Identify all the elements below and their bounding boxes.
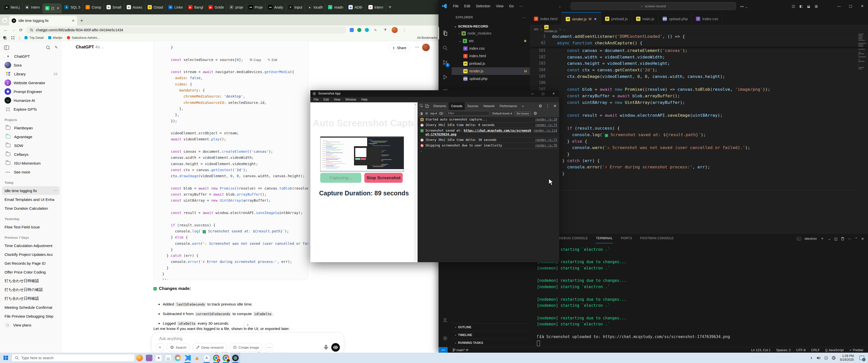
panel-close-icon[interactable]: ✕	[861, 237, 864, 241]
conversation-options-icon[interactable]: ⋯	[53, 188, 57, 193]
breadcrumb-item[interactable]: JS render.js	[544, 25, 557, 33]
stop-screenshot-button[interactable]: Stop Screenshot	[364, 173, 403, 183]
shell-label[interactable]: electron	[805, 237, 817, 240]
background-tab-analy[interactable]: v0Analy	[266, 3, 286, 11]
console-settings-icon[interactable]: ⚙	[533, 111, 537, 116]
conversation-item[interactable]: Offer Price Color Coding	[2, 268, 60, 276]
menu-view[interactable]: View	[493, 4, 506, 8]
panel-more-icon[interactable]: ⋯	[848, 237, 851, 241]
editor-tab-render-js[interactable]: JSrender.jsM✕	[562, 12, 601, 25]
no-issues-badge[interactable]: No Issues	[515, 111, 531, 116]
background-tab-ostad[interactable]: OOstad	[145, 3, 166, 11]
source-link[interactable]: render.js:73	[535, 123, 557, 127]
log-levels-selector[interactable]: Default levels ▾	[492, 112, 512, 115]
taskbar-icon-letter-a[interactable]: A	[202, 353, 212, 363]
back-icon[interactable]: ←	[3, 28, 8, 33]
minimap[interactable]	[858, 34, 867, 195]
background-tab-sql5[interactable]: SSQL 5	[62, 3, 83, 11]
capturing-button[interactable]: Capturing...	[320, 173, 361, 183]
menu-edit[interactable]: Edit	[462, 4, 473, 8]
copy-code-button[interactable]: ⧉ Copy	[250, 58, 261, 62]
source-link[interactable]: render.js:73	[535, 138, 557, 142]
browser-menu-kebab-icon[interactable]: ⋮	[401, 27, 407, 33]
editor-tab-preload-js[interactable]: JSpreload.js	[601, 12, 632, 25]
panel-tab-debug-console[interactable]: DEBUG CONSOLE	[559, 233, 588, 243]
console-prompt[interactable]: ›	[418, 148, 559, 155]
taskbar-icon-electron[interactable]	[230, 353, 240, 363]
vscode-search-box[interactable]: ⌕screen-record	[571, 2, 736, 10]
tab-search-chevron-icon[interactable]: ⌄	[2, 18, 7, 23]
conversation-item-active[interactable]: Idle time logging fix⋯	[2, 186, 60, 195]
extensions-puzzle-icon[interactable]: ⧩	[382, 27, 388, 33]
background-tab-small[interactable]: GSmall	[104, 3, 124, 11]
panel-tab-ports[interactable]: PORTS	[620, 233, 632, 243]
status-spaces-2[interactable]: Spaces: 2	[776, 348, 791, 352]
background-tab-comp[interactable]: JComp	[83, 3, 104, 11]
devtools-more-tabs-icon[interactable]: »	[520, 102, 526, 110]
taskbar-search-box[interactable]: Type here to search	[11, 354, 135, 362]
vscode-maximize-button[interactable]: ▢	[845, 0, 857, 12]
sidebar-toggle-icon[interactable]	[4, 45, 9, 50]
devtools-tab-sources[interactable]: Sources	[465, 102, 481, 110]
activity-files-icon[interactable]	[438, 27, 452, 39]
tree-item-preload-js[interactable]: JSpreload.js	[452, 60, 530, 67]
tree-item-upload-php[interactable]: phpupload.php	[452, 75, 530, 82]
extension-teal-icon[interactable]	[365, 28, 369, 32]
devtools-settings-icon[interactable]: ⚙	[538, 104, 542, 108]
address-bar[interactable]: chatgpt.com/c/682adbda-f834-800f-af6c-04…	[26, 27, 346, 34]
context-selector[interactable]: top ▾	[431, 112, 437, 115]
action-center-icon[interactable]: 1	[858, 354, 866, 362]
tool-create-image[interactable]: Create image	[229, 343, 262, 352]
background-tab-proje[interactable]: Pproje	[227, 3, 246, 11]
tree-item-index-html[interactable]: 5index.html	[452, 52, 530, 60]
taskbar-icon-slack[interactable]: ⌗	[154, 353, 163, 363]
site-info-icon[interactable]	[30, 28, 33, 32]
taskbar-icon-chrome-s[interactable]: S	[212, 353, 221, 363]
voice-mode-button[interactable]	[331, 343, 340, 352]
console-sidebar-icon[interactable]: ◨	[420, 112, 423, 115]
extension-green-icon[interactable]	[357, 28, 361, 32]
windows-restore-icon[interactable]	[3, 36, 6, 40]
split-terminal-icon[interactable]: ◫	[834, 237, 837, 241]
devtools-close-icon[interactable]: ✕	[553, 104, 557, 108]
sidebar-item-library[interactable]: Library23	[2, 70, 60, 78]
composer-more-button[interactable]: ⋯	[265, 343, 274, 352]
eye-icon[interactable]	[439, 112, 443, 115]
view-plans-item[interactable]: ⬡View plans	[2, 321, 60, 329]
toggle-panel-layout-icon[interactable]: ◫	[792, 4, 795, 8]
code-editor[interactable]: 101 const canvas = document.createElemen…	[530, 33, 868, 233]
section-outline[interactable]: ›OUTLINE	[452, 323, 530, 331]
menu-selection[interactable]: Selection	[473, 4, 493, 8]
background-tab-input[interactable]: //Input	[286, 3, 305, 11]
activity-search-icon[interactable]	[438, 42, 452, 54]
taskbar-icon-winrar[interactable]	[144, 353, 154, 363]
extension-blue-icon[interactable]	[350, 28, 354, 32]
tree-item-src[interactable]: ⌄▶src	[452, 37, 530, 45]
active-browser-tab[interactable]: ✳ Idle time logging fix ✕	[9, 16, 77, 26]
editor-tab-main-js[interactable]: JSmain.js	[632, 12, 659, 25]
activity-settings-gear-icon[interactable]	[438, 332, 452, 344]
app-scrollbar[interactable]: ▲	[414, 103, 417, 262]
breadcrumb-item[interactable]: ...	[563, 27, 566, 31]
conversation-item[interactable]: Flamboyan	[2, 124, 60, 132]
edit-extension-icon[interactable]: ✎	[372, 27, 378, 33]
start-button[interactable]	[0, 356, 11, 360]
attach-button[interactable]: +	[156, 343, 164, 352]
activity-accounts-icon[interactable]	[438, 314, 452, 326]
editor-tab-upload-php[interactable]: phpupload.php	[658, 12, 692, 25]
editor-tab-index-css[interactable]: #index.css	[692, 12, 722, 25]
conversation-item[interactable]: Cellaxys	[2, 150, 60, 159]
conversation-item[interactable]: 打ち合わせ日時の確認	[2, 285, 60, 294]
taskbar-icon-paint[interactable]	[173, 353, 183, 363]
background-tab-bangl[interactable]: ▶Bangl	[186, 3, 206, 11]
apps-grid-icon[interactable]	[11, 36, 14, 40]
devtools-tab-console[interactable]: Console	[448, 102, 465, 110]
share-button[interactable]: ⇪Share	[389, 44, 410, 52]
conversation-item[interactable]: ISU-Momentum	[2, 159, 60, 167]
sticky-line[interactable]: 62 async function checkAndCapture() {	[530, 40, 868, 46]
log-url-link[interactable]: https://chat.mcqstudy.com/ss/screenshot-…	[426, 129, 531, 136]
sidebar-item-sora[interactable]: Sora	[2, 61, 60, 69]
hidden-icons-chevron[interactable]: ∧	[810, 356, 813, 360]
devtools-tab-elements[interactable]: Elements	[431, 102, 448, 110]
taskbar-icon-notepad[interactable]	[163, 353, 173, 363]
